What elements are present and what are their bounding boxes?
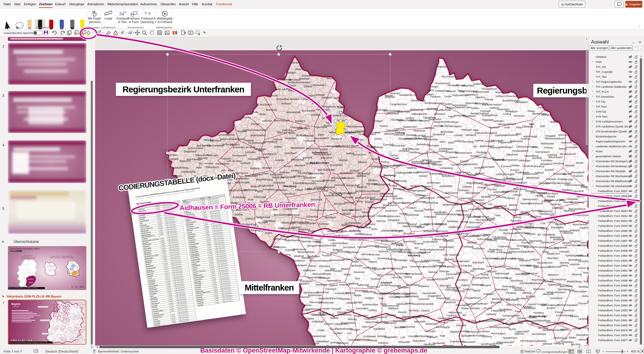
svg-text:Westerngrund: Westerngrund bbox=[232, 172, 248, 175]
svg-text:Euerbach: Euerbach bbox=[427, 336, 438, 339]
svg-text:Heustreu: Heustreu bbox=[371, 277, 381, 280]
svg-text:Wildflecken: Wildflecken bbox=[542, 113, 554, 116]
svg-text:Werneck: Werneck bbox=[324, 322, 334, 325]
svg-text:Schönwald: Schönwald bbox=[254, 196, 266, 198]
svg-text:Waldsassen: Waldsassen bbox=[541, 142, 554, 145]
svg-text:Rügland: Rügland bbox=[305, 317, 314, 320]
svg-text:Neuhof: Neuhof bbox=[341, 267, 349, 270]
svg-text:Lichtenau: Lichtenau bbox=[551, 203, 561, 206]
svg-text:Mörnsheim: Mörnsheim bbox=[413, 129, 425, 132]
svg-text:Frickenhausen a.Main: Frickenhausen a.Main bbox=[311, 209, 335, 212]
svg-text:Münchberg: Münchberg bbox=[550, 215, 562, 217]
svg-text:Schirnding: Schirnding bbox=[558, 134, 570, 137]
svg-text:Bernhardswald: Bernhardswald bbox=[405, 272, 422, 275]
svg-text:Schonungen: Schonungen bbox=[326, 145, 340, 148]
svg-text:Bärnau: Bärnau bbox=[509, 203, 517, 206]
svg-text:Trappstadt: Trappstadt bbox=[482, 118, 494, 121]
svg-text:Würzburg: Würzburg bbox=[555, 223, 566, 226]
svg-text:Rödental: Rödental bbox=[385, 96, 395, 99]
svg-text:Bischofsheim: Bischofsheim bbox=[532, 333, 547, 336]
svg-text:Hallstadt: Hallstadt bbox=[487, 313, 496, 316]
svg-text:Hirschaid: Hirschaid bbox=[563, 232, 573, 234]
svg-text:Neuendettelsau: Neuendettelsau bbox=[518, 320, 535, 322]
svg-text:Lichtenau: Lichtenau bbox=[510, 228, 521, 231]
svg-text:Weißenburg: Weißenburg bbox=[513, 188, 527, 191]
svg-text:Pressath: Pressath bbox=[414, 209, 424, 212]
svg-text:Randersacker: Randersacker bbox=[509, 250, 524, 253]
svg-text:Stockheim: Stockheim bbox=[424, 102, 436, 105]
svg-text:Fellen: Fellen bbox=[266, 232, 272, 234]
svg-text:Rehau: Rehau bbox=[483, 233, 491, 236]
svg-text:Egloffstein: Egloffstein bbox=[374, 327, 385, 330]
svg-text:Ensdorf: Ensdorf bbox=[365, 201, 374, 203]
svg-text:Sulzdorf: Sulzdorf bbox=[545, 168, 554, 171]
svg-text:Teublitz: Teublitz bbox=[461, 284, 469, 287]
svg-text:Rieden: Rieden bbox=[373, 190, 381, 193]
svg-text:Ebermannsdorf: Ebermannsdorf bbox=[497, 341, 514, 344]
svg-text:Kemnath: Kemnath bbox=[434, 102, 444, 105]
svg-text:Petersaurach: Petersaurach bbox=[232, 154, 247, 157]
svg-text:Würzburg: Würzburg bbox=[283, 184, 297, 188]
svg-text:Dombühl: Dombühl bbox=[350, 169, 359, 172]
svg-text:Rothenbuch: Rothenbuch bbox=[205, 166, 219, 169]
svg-text:Töpen: Töpen bbox=[505, 83, 512, 86]
svg-text:Stettfeld: Stettfeld bbox=[450, 330, 459, 333]
svg-text:Eußenheim: Eußenheim bbox=[479, 320, 492, 322]
svg-text:Maroldsweisach: Maroldsweisach bbox=[347, 125, 364, 128]
svg-text:Pegnitz: Pegnitz bbox=[255, 189, 263, 192]
svg-text:Wasserlosen: Wasserlosen bbox=[291, 146, 305, 149]
svg-text:Dentlein: Dentlein bbox=[333, 332, 342, 335]
svg-text:Weiherhammer: Weiherhammer bbox=[521, 272, 538, 275]
svg-text:Greußenheim: Greußenheim bbox=[341, 322, 356, 324]
svg-text:Lohr: Lohr bbox=[400, 336, 405, 339]
svg-text:Oberleichtersbach: Oberleichtersbach bbox=[545, 137, 565, 140]
svg-text:Kirchlauter: Kirchlauter bbox=[300, 304, 312, 307]
svg-text:Mellrichstadt: Mellrichstadt bbox=[326, 77, 340, 80]
svg-text:Eibelstadt: Eibelstadt bbox=[552, 207, 563, 210]
svg-text:Kastl: Kastl bbox=[515, 310, 521, 313]
svg-text:Seukendorf: Seukendorf bbox=[426, 322, 439, 325]
svg-text:Dieterskirchen: Dieterskirchen bbox=[417, 235, 433, 238]
svg-text:Reichenbach: Reichenbach bbox=[491, 332, 506, 335]
svg-text:Rimpar: Rimpar bbox=[547, 195, 555, 198]
svg-text:Seßlach: Seßlach bbox=[374, 120, 383, 122]
svg-text:Marktleuthen: Marktleuthen bbox=[506, 267, 520, 270]
svg-text:Burgsalach: Burgsalach bbox=[540, 163, 553, 165]
svg-text:Geroldsgrün: Geroldsgrün bbox=[263, 153, 276, 156]
svg-text:Hilpoltstein: Hilpoltstein bbox=[264, 220, 276, 222]
svg-text:Euerbach: Euerbach bbox=[501, 165, 511, 168]
svg-text:Schönau: Schönau bbox=[496, 251, 506, 254]
svg-text:Plößberg: Plößberg bbox=[482, 335, 492, 338]
svg-text:Nordhalben: Nordhalben bbox=[287, 235, 300, 238]
svg-text:Eußenheim: Eußenheim bbox=[398, 110, 410, 113]
svg-text:Regnitzlosau: Regnitzlosau bbox=[524, 246, 538, 248]
svg-text:Roth: Roth bbox=[453, 121, 458, 124]
svg-text:Burglengenfeld: Burglengenfeld bbox=[374, 183, 391, 186]
svg-text:Weißdorf: Weißdorf bbox=[467, 241, 477, 244]
svg-text:Stein: Stein bbox=[341, 229, 347, 232]
svg-text:Neumarkt: Neumarkt bbox=[419, 298, 429, 301]
svg-text:Veitshöchheim: Veitshöchheim bbox=[188, 147, 203, 150]
svg-text:Heustreu: Heustreu bbox=[305, 94, 315, 97]
svg-text:Reichenbach: Reichenbach bbox=[535, 151, 550, 153]
svg-text:Uettingen: Uettingen bbox=[493, 120, 504, 122]
svg-text:Eußenheim: Eußenheim bbox=[549, 265, 561, 268]
svg-text:Lisberg: Lisberg bbox=[560, 264, 568, 267]
svg-text:Berg: Berg bbox=[377, 273, 383, 276]
svg-text:Hohenroth: Hohenroth bbox=[311, 198, 322, 201]
svg-text:Mantel: Mantel bbox=[473, 289, 480, 292]
svg-text:Ehingen: Ehingen bbox=[251, 122, 260, 125]
svg-text:Dieterskirchen: Dieterskirchen bbox=[537, 261, 553, 264]
svg-text:Hagenbüchach: Hagenbüchach bbox=[465, 302, 482, 305]
svg-text:Uehlfeld: Uehlfeld bbox=[454, 140, 463, 143]
svg-text:Höchstädt: Höchstädt bbox=[428, 144, 439, 147]
svg-text:Roth: Roth bbox=[355, 277, 360, 280]
svg-text:Holzheim: Holzheim bbox=[365, 223, 375, 226]
svg-text:Mitterteich: Mitterteich bbox=[548, 273, 559, 276]
svg-text:Tschirn: Tschirn bbox=[508, 328, 516, 331]
svg-text:Mömbris: Mömbris bbox=[341, 298, 350, 301]
svg-text:Heustreu: Heustreu bbox=[246, 207, 256, 210]
svg-text:Duggendorf: Duggendorf bbox=[355, 314, 368, 317]
svg-text:Abenberg: Abenberg bbox=[409, 151, 420, 154]
svg-text:Neustadt bei Coburg: Neustadt bei Coburg bbox=[399, 94, 422, 96]
